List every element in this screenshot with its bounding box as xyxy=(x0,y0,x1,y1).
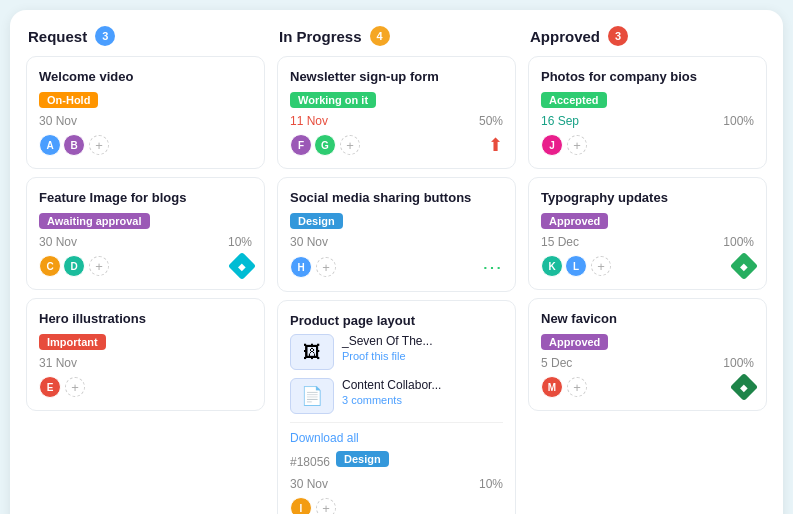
column-badge-approved: 3 xyxy=(608,26,628,46)
add-avatar-button-new-favicon[interactable]: + xyxy=(567,377,587,397)
card-footer-typography: KL+◆ xyxy=(541,255,754,277)
card-tag-feature-image: Awaiting approval xyxy=(39,213,150,229)
card-footer-product-page: I+ xyxy=(290,497,503,514)
card-date-row-product-page: 30 Nov10% xyxy=(290,477,503,491)
ticket-tag: Design xyxy=(336,451,389,467)
ticket-id: #18056 xyxy=(290,455,330,469)
card-photos-company[interactable]: Photos for company biosAccepted16 Sep100… xyxy=(528,56,767,169)
doc-icon: 📄 xyxy=(301,385,323,407)
card-date-row-newsletter: 11 Nov50% xyxy=(290,114,503,128)
column-badge-request: 3 xyxy=(95,26,115,46)
avatar-0: I xyxy=(290,497,312,514)
card-avatars-new-favicon: M+ xyxy=(541,376,587,398)
card-avatars-product-page: I+ xyxy=(290,497,336,514)
card-avatars-welcome-video: AB+ xyxy=(39,134,109,156)
card-date-new-favicon: 5 Dec xyxy=(541,356,572,370)
column-title-request: Request xyxy=(28,28,87,45)
add-avatar-button-feature-image[interactable]: + xyxy=(89,256,109,276)
card-title-new-favicon: New favicon xyxy=(541,311,754,326)
card-feature-image[interactable]: Feature Image for blogsAwaiting approval… xyxy=(26,177,265,290)
card-date-product-page: 30 Nov xyxy=(290,477,328,491)
avatar-0: M xyxy=(541,376,563,398)
card-footer-social-media: H+⋯ xyxy=(290,255,503,279)
card-title-hero-illustrations: Hero illustrations xyxy=(39,311,252,326)
card-date-row-hero-illustrations: 31 Nov xyxy=(39,356,252,370)
card-footer-new-favicon: M+◆ xyxy=(541,376,754,398)
avatar-1: B xyxy=(63,134,85,156)
card-date-row-new-favicon: 5 Dec100% xyxy=(541,356,754,370)
diamond-dark-green-icon[interactable]: ◆ xyxy=(730,373,758,401)
card-title-welcome-video: Welcome video xyxy=(39,69,252,84)
card-title-product-page: Product page layout xyxy=(290,313,503,328)
card-title-newsletter: Newsletter sign-up form xyxy=(290,69,503,84)
avatar-0: C xyxy=(39,255,61,277)
column-badge-in-progress: 4 xyxy=(370,26,390,46)
card-avatars-newsletter: FG+ xyxy=(290,134,360,156)
download-all-link[interactable]: Download all xyxy=(290,431,503,445)
card-welcome-video[interactable]: Welcome videoOn-Hold30 NovAB+ xyxy=(26,56,265,169)
diamond-green-icon[interactable]: ◆ xyxy=(730,252,758,280)
column-title-approved: Approved xyxy=(530,28,600,45)
card-date-photos-company: 16 Sep xyxy=(541,114,579,128)
file-name: Content Collabor... xyxy=(342,378,441,392)
card-social-media[interactable]: Social media sharing buttonsDesign30 Nov… xyxy=(277,177,516,292)
file-item-1: 📄Content Collabor...3 comments xyxy=(290,378,503,414)
card-new-favicon[interactable]: New faviconApproved5 Dec100%M+◆ xyxy=(528,298,767,411)
card-avatars-feature-image: CD+ xyxy=(39,255,109,277)
card-title-feature-image: Feature Image for blogs xyxy=(39,190,252,205)
more-options-icon[interactable]: ⋯ xyxy=(482,255,503,279)
column-in-progress: In Progress4Newsletter sign-up formWorki… xyxy=(277,26,516,514)
card-typography[interactable]: Typography updatesApproved15 Dec100%KL+◆ xyxy=(528,177,767,290)
card-avatars-photos-company: J+ xyxy=(541,134,587,156)
image-icon: 🖼 xyxy=(303,342,321,363)
card-tag-newsletter: Working on it xyxy=(290,92,376,108)
card-date-hero-illustrations: 31 Nov xyxy=(39,356,77,370)
card-tag-welcome-video: On-Hold xyxy=(39,92,98,108)
add-avatar-button-product-page[interactable]: + xyxy=(316,498,336,514)
card-title-typography: Typography updates xyxy=(541,190,754,205)
card-date-welcome-video: 30 Nov xyxy=(39,114,77,128)
card-footer-welcome-video: AB+ xyxy=(39,134,252,156)
comments-link[interactable]: 3 comments xyxy=(342,394,441,406)
proof-file-link[interactable]: Proof this file xyxy=(342,350,433,362)
card-percent-photos-company: 100% xyxy=(723,114,754,128)
add-avatar-button-typography[interactable]: + xyxy=(591,256,611,276)
card-avatars-hero-illustrations: E+ xyxy=(39,376,85,398)
card-date-row-typography: 15 Dec100% xyxy=(541,235,754,249)
diamond-cyan-icon[interactable]: ◆ xyxy=(228,252,256,280)
add-avatar-button-newsletter[interactable]: + xyxy=(340,135,360,155)
card-footer-photos-company: J+ xyxy=(541,134,754,156)
column-title-in-progress: In Progress xyxy=(279,28,362,45)
avatar-0: A xyxy=(39,134,61,156)
add-avatar-button-social-media[interactable]: + xyxy=(316,257,336,277)
add-avatar-button-hero-illustrations[interactable]: + xyxy=(65,377,85,397)
avatar-0: K xyxy=(541,255,563,277)
card-avatars-social-media: H+ xyxy=(290,256,336,278)
card-percent-feature-image: 10% xyxy=(228,235,252,249)
file-info: Content Collabor...3 comments xyxy=(342,378,441,406)
add-avatar-button-photos-company[interactable]: + xyxy=(567,135,587,155)
file-name: _Seven Of The... xyxy=(342,334,433,348)
card-percent-typography: 100% xyxy=(723,235,754,249)
card-percent-newsletter: 50% xyxy=(479,114,503,128)
avatar-1: D xyxy=(63,255,85,277)
card-date-newsletter: 11 Nov xyxy=(290,114,328,128)
column-header-in-progress: In Progress4 xyxy=(277,26,516,46)
upload-icon[interactable]: ⬆ xyxy=(488,134,503,156)
file-thumbnail: 📄 xyxy=(290,378,334,414)
add-avatar-button-welcome-video[interactable]: + xyxy=(89,135,109,155)
card-footer-newsletter: FG+⬆ xyxy=(290,134,503,156)
file-info: _Seven Of The...Proof this file xyxy=(342,334,433,362)
column-header-approved: Approved3 xyxy=(528,26,767,46)
ticket-row: #18056Design xyxy=(290,451,503,473)
card-tag-social-media: Design xyxy=(290,213,343,229)
card-hero-illustrations[interactable]: Hero illustrationsImportant31 NovE+ xyxy=(26,298,265,411)
avatar-0: J xyxy=(541,134,563,156)
card-date-row-feature-image: 30 Nov10% xyxy=(39,235,252,249)
card-newsletter[interactable]: Newsletter sign-up formWorking on it11 N… xyxy=(277,56,516,169)
card-product-page[interactable]: Product page layout🖼_Seven Of The...Proo… xyxy=(277,300,516,514)
card-percent-new-favicon: 100% xyxy=(723,356,754,370)
file-item-0: 🖼_Seven Of The...Proof this file xyxy=(290,334,503,370)
file-thumbnail: 🖼 xyxy=(290,334,334,370)
card-date-social-media: 30 Nov xyxy=(290,235,328,249)
